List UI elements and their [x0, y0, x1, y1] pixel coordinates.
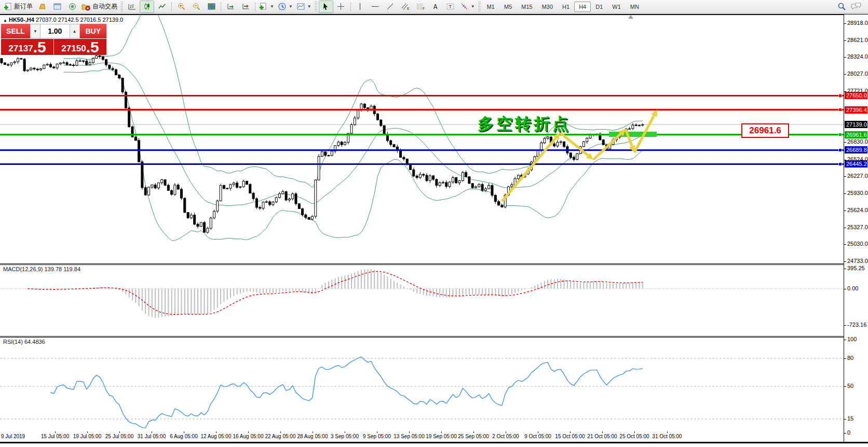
pane-separator[interactable] [0, 336, 868, 337]
zoom-out-icon [192, 2, 201, 11]
volume-increase-button[interactable]: ▲ [70, 24, 80, 38]
chart-shift-button[interactable] [238, 1, 253, 13]
templates-button[interactable]: ▼ [295, 1, 313, 13]
axis-tick [844, 261, 846, 262]
ohlc-open: 27037.0 [36, 17, 57, 23]
bar-chart-button[interactable] [125, 1, 139, 13]
chinese-annotation: 多空转折点 [478, 113, 571, 135]
time-axis[interactable]: 9 Jul 201915 Jul 05:0019 Jul 05:0025 Jul… [0, 431, 844, 442]
price-axis[interactable]: 28918.028621.028324.028027.027721.026830… [844, 15, 868, 442]
price-axis-tick-label: 26830.0 [847, 138, 868, 145]
new-chart-button[interactable]: ▼ [257, 1, 276, 13]
arrows-button[interactable]: ▼ [458, 1, 477, 13]
timeframe-mn[interactable]: MN [626, 2, 644, 12]
timeframe-m15[interactable]: M15 [517, 2, 537, 12]
chevron-down-icon: ▼ [307, 4, 311, 9]
horizontal-level-line[interactable] [0, 134, 844, 135]
line-chart-icon [158, 2, 167, 11]
candlestick-chart-button[interactable] [140, 1, 154, 13]
zoom-in-button[interactable] [174, 1, 188, 13]
autotrading-label: 自动交易 [92, 2, 117, 11]
equidistant-channel-button[interactable]: E [398, 1, 413, 13]
svg-text:F: F [423, 7, 425, 10]
volume-decrease-button[interactable]: ▼ [30, 24, 40, 38]
sell-button[interactable]: SELL [1, 24, 30, 38]
zoom-out-button[interactable] [189, 1, 204, 13]
chevron-down-icon: ▼ [270, 4, 274, 9]
chart-title: ▲ HK50-,H4 27037.0 27142.5 27016.5 27139… [3, 17, 123, 23]
macd-pane[interactable] [0, 265, 844, 336]
market-watch-button[interactable] [35, 1, 49, 13]
time-axis-label: 13 Sep 05:00 [394, 434, 425, 439]
rsi-pane[interactable] [0, 338, 844, 431]
line-chart-button[interactable] [155, 1, 169, 13]
text-label-button[interactable]: T [443, 1, 458, 13]
cursor-button[interactable] [319, 1, 333, 13]
tile-windows-button[interactable] [204, 1, 219, 13]
horizontal-level-line[interactable] [0, 149, 844, 151]
horizontal-line-button[interactable] [368, 1, 383, 13]
periods-button[interactable]: ▼ [276, 1, 294, 13]
main-chart-pane[interactable] [0, 15, 844, 263]
bar-chart-icon [128, 2, 137, 11]
buy-button[interactable]: BUY [80, 24, 107, 38]
templates-icon [296, 2, 305, 11]
pane-separator[interactable] [0, 263, 868, 264]
price-level-flag[interactable]: 26961.6 [741, 123, 789, 138]
timeframe-d1[interactable]: D1 [591, 2, 607, 12]
crosshair-button[interactable] [334, 1, 348, 13]
time-axis-label: 25 Jul 05:00 [105, 434, 134, 439]
navigator-icon [53, 2, 62, 11]
data-window-button[interactable] [65, 1, 79, 13]
price-axis-tick-label: 25930.0 [847, 190, 868, 196]
time-axis-label: 19 Jul 05:00 [73, 434, 102, 439]
line-anchor-marker[interactable] [838, 133, 842, 136]
line-anchor-marker[interactable] [838, 162, 842, 166]
trendline-icon [386, 2, 395, 11]
line-anchor-marker[interactable] [838, 148, 842, 152]
autotrading-button[interactable]: 自动交易 [80, 1, 119, 13]
chart-shift-marker[interactable] [628, 15, 633, 19]
axis-tick [844, 142, 846, 143]
horizontal-level-line[interactable] [0, 95, 844, 96]
search-icon[interactable] [837, 2, 846, 11]
timeframe-m5[interactable]: M5 [499, 2, 517, 12]
horizontal-level-line[interactable] [0, 109, 844, 110]
trendline-button[interactable] [383, 1, 398, 13]
time-tick [602, 431, 603, 433]
axis-tick [844, 57, 846, 58]
line-anchor-marker[interactable] [838, 108, 842, 111]
toolbar-separator [171, 2, 172, 11]
timeframe-w1[interactable]: W1 [607, 2, 626, 12]
navigator-button[interactable] [50, 1, 64, 13]
line-anchor-marker[interactable] [838, 94, 842, 97]
chat-icon[interactable] [850, 2, 862, 11]
vertical-line-button[interactable] [353, 1, 368, 13]
horizontal-level-line[interactable] [0, 163, 844, 165]
text-button[interactable]: A [428, 1, 443, 13]
buy-price-fraction: .5 [86, 40, 99, 54]
timeframe-m30[interactable]: M30 [537, 2, 558, 12]
new-order-button[interactable]: 新订单 [2, 1, 34, 13]
auto-scroll-button[interactable] [223, 1, 238, 13]
rsi-axis-label: 0 [847, 429, 850, 436]
timeframe-m1[interactable]: M1 [482, 2, 499, 12]
cursor-icon [321, 2, 330, 11]
axis-tick [844, 211, 846, 211]
symbol-period: HK50-,H4 [9, 17, 34, 23]
sell-price-display[interactable]: 27137 .5 [1, 39, 53, 55]
horizontal-line-icon [371, 2, 379, 11]
price-axis-tick-label: 25327.0 [847, 224, 868, 230]
volume-input[interactable] [40, 24, 70, 38]
buy-price-display[interactable]: 27150 .5 [54, 39, 106, 55]
timeframe-h1[interactable]: H1 [558, 2, 574, 12]
timeframe-h4[interactable]: H4 [574, 2, 591, 12]
time-axis-label: 31 Oct 05:00 [652, 434, 682, 439]
collapse-triangle-icon[interactable]: ▲ [3, 18, 7, 23]
time-tick [248, 431, 249, 433]
ohlc-low: 27016.5 [80, 17, 101, 23]
new-order-icon [4, 2, 12, 11]
price-axis-tick-label: 25624.0 [847, 207, 868, 213]
fibonacci-button[interactable]: F [413, 1, 428, 13]
time-tick [345, 431, 345, 433]
